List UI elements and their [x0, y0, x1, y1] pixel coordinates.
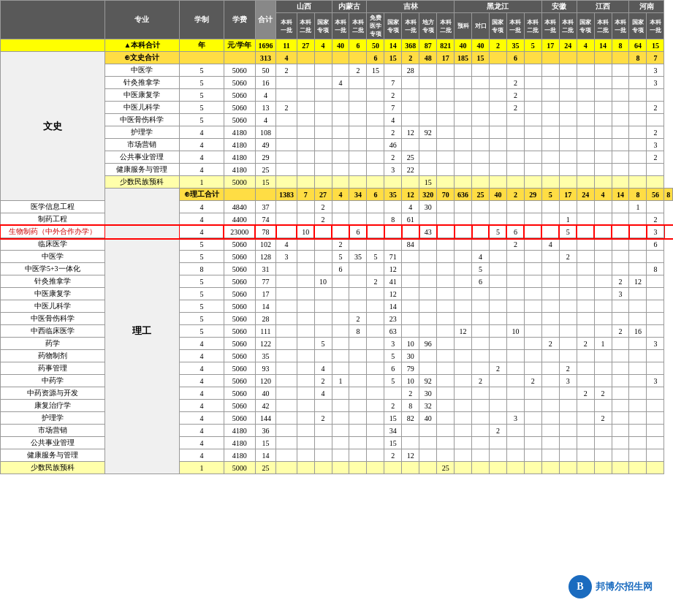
data-cell: [559, 238, 577, 251]
data-cell: 5: [489, 226, 506, 238]
data-cell: [472, 412, 490, 425]
data-cell: [506, 126, 524, 139]
data-cell: [224, 189, 255, 201]
data-cell: [506, 288, 524, 300]
data-cell: [402, 325, 419, 338]
data-cell: [297, 77, 314, 89]
data-cell: 2: [594, 387, 612, 400]
data-cell: 15: [384, 437, 402, 449]
data-cell: [332, 300, 349, 313]
data-cell: [437, 300, 455, 313]
data-cell: [437, 201, 455, 213]
data-cell: 5060: [224, 387, 255, 400]
data-cell: 368: [402, 39, 419, 52]
data-cell: [297, 251, 314, 263]
data-cell: [541, 251, 559, 263]
data-cell: [314, 313, 332, 325]
row-name: 针灸推拿学: [104, 77, 180, 89]
data-cell: 10: [314, 275, 332, 288]
table-row: 制药工程4440074286112: [1, 213, 673, 226]
data-cell: [489, 251, 506, 263]
data-cell: [472, 238, 490, 251]
data-cell: [455, 89, 472, 102]
data-cell: [349, 201, 367, 213]
data-cell: [332, 325, 349, 338]
data-cell: [349, 338, 367, 350]
data-cell: [472, 350, 490, 362]
data-cell: [577, 313, 594, 325]
data-cell: [506, 201, 524, 213]
data-cell: [419, 102, 437, 114]
data-cell: [332, 102, 349, 114]
data-cell: [384, 201, 402, 213]
row-name: 临床医学: [1, 238, 105, 251]
data-cell: [419, 275, 437, 288]
data-cell: [402, 176, 419, 189]
data-cell: [455, 64, 472, 77]
data-cell: [506, 300, 524, 313]
data-cell: 6: [349, 39, 367, 52]
data-cell: 37: [255, 201, 276, 213]
data-cell: [612, 201, 629, 213]
province-jilin: 吉林: [367, 1, 455, 13]
data-cell: 93: [255, 362, 276, 375]
table-row: 医学信息工程448403724301: [1, 201, 673, 213]
data-cell: 2: [647, 151, 664, 164]
data-cell: 3: [384, 164, 402, 176]
data-cell: 4180: [224, 126, 255, 139]
data-cell: [437, 288, 455, 300]
data-cell: [367, 151, 384, 164]
data-cell: [524, 275, 541, 288]
data-cell: 63: [384, 325, 402, 338]
data-cell: [472, 126, 490, 139]
data-cell: [541, 151, 559, 164]
data-cell: [314, 449, 332, 462]
shanxi-2: 本科二批: [297, 13, 314, 39]
data-cell: [314, 64, 332, 77]
data-cell: 78: [255, 226, 276, 238]
data-cell: [524, 226, 541, 238]
province-shanxi: 山西: [276, 1, 332, 13]
data-cell: [506, 176, 524, 189]
data-cell: [612, 114, 629, 126]
data-cell: [472, 387, 490, 400]
data-cell: [629, 400, 647, 412]
data-cell: 8: [180, 263, 224, 275]
data-cell: [437, 412, 455, 425]
data-cell: [577, 462, 594, 474]
row-name: 中医骨伤科学: [104, 114, 180, 126]
data-cell: 4: [180, 139, 224, 151]
data-cell: [612, 300, 629, 313]
data-cell: [455, 387, 472, 400]
data-cell: [524, 114, 541, 126]
data-cell: 2: [612, 325, 629, 338]
data-cell: 4: [332, 77, 349, 89]
data-cell: 4: [180, 338, 224, 350]
data-cell: [612, 449, 629, 462]
data-cell: [559, 139, 577, 151]
data-cell: [629, 238, 647, 251]
data-cell: [472, 77, 490, 89]
data-cell: [402, 139, 419, 151]
data-cell: [577, 114, 594, 126]
data-cell: 3: [647, 338, 664, 350]
data-cell: [276, 201, 297, 213]
data-cell: [455, 151, 472, 164]
data-cell: 8: [629, 52, 647, 64]
data-cell: [314, 151, 332, 164]
data-cell: [349, 449, 367, 462]
data-cell: [349, 412, 367, 425]
data-cell: [349, 437, 367, 449]
data-cell: [437, 350, 455, 362]
data-cell: [489, 263, 506, 275]
data-cell: [577, 126, 594, 139]
data-cell: [612, 462, 629, 474]
data-cell: [489, 313, 506, 325]
data-cell: [437, 126, 455, 139]
data-cell: 8: [349, 325, 367, 338]
table-row: 护理学45060144215824032: [1, 412, 673, 425]
data-cell: [419, 151, 437, 164]
data-cell: [332, 437, 349, 449]
data-cell: 6: [332, 263, 349, 275]
data-cell: 5: [180, 275, 224, 288]
